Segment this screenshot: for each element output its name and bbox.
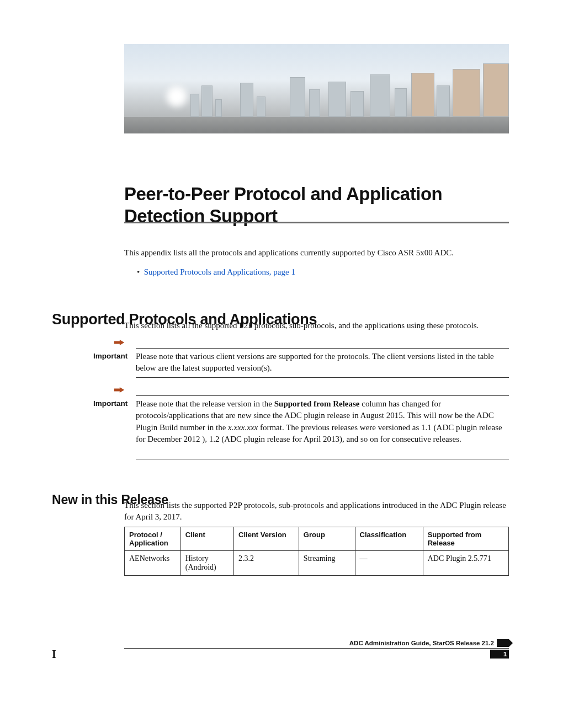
cell-supported-from: ADC Plugin 2.5.771	[423, 551, 508, 576]
protocols-table: Protocol / Application Client Client Ver…	[124, 527, 509, 576]
cell-client-version: 2.3.2	[234, 551, 299, 576]
footer-badge-icon	[497, 639, 509, 647]
table-header-row: Protocol / Application Client Client Ver…	[125, 527, 509, 551]
note2-pre: Please note that the release version in …	[136, 399, 274, 408]
title-underline	[124, 222, 509, 223]
cell-client: History (Android)	[180, 551, 233, 576]
note2-bold: Supported from Release	[274, 399, 360, 408]
toc-line: • Supported Protocols and Applications, …	[137, 267, 295, 277]
th-classification: Classification	[355, 527, 423, 551]
cell-classification: —	[355, 551, 423, 576]
important-icon	[114, 386, 125, 396]
document-page: Peer-to-Peer Protocol and Application De…	[0, 0, 563, 728]
section-intro: This section lists all the supported P2P…	[124, 321, 509, 330]
cell-protocol: AENetworks	[125, 551, 181, 576]
sub-intro: This section lists the supported P2P pro…	[124, 500, 509, 523]
note-rule	[136, 348, 509, 349]
toc-bullet: •	[137, 267, 140, 276]
intro-text: This appendix lists all the protocols an…	[124, 247, 509, 258]
table-row: AENetworks History (Android) 2.3.2 Strea…	[125, 551, 509, 576]
important-icon	[114, 339, 125, 349]
th-supported-from: Supported from Release	[423, 527, 508, 551]
important-label: Important	[93, 352, 128, 360]
note-rule	[136, 459, 509, 459]
important-note-2: Please note that the release version in …	[136, 398, 509, 445]
th-client-version: Client Version	[234, 527, 299, 551]
th-protocol: Protocol / Application	[125, 527, 181, 551]
footer-guide-title: ADC Administration Guide, StarOS Release…	[349, 640, 494, 646]
footer-rule	[124, 648, 509, 649]
page-title: Peer-to-Peer Protocol and Application De…	[124, 183, 509, 227]
footer-book-mark: I	[52, 648, 56, 661]
th-group: Group	[299, 527, 355, 551]
th-client: Client	[180, 527, 233, 551]
note2-italic: x.xxx.xxx	[228, 423, 258, 432]
note-rule	[136, 377, 509, 378]
toc-link[interactable]: Supported Protocols and Applications, pa…	[144, 267, 295, 276]
cell-group: Streaming	[299, 551, 355, 576]
footer-page-number: 1	[490, 650, 509, 659]
banner-city	[124, 73, 509, 117]
important-note-1: Please note that various client versions…	[136, 351, 509, 374]
banner-image	[124, 44, 509, 133]
important-label: Important	[93, 399, 128, 408]
note-rule	[136, 395, 509, 396]
